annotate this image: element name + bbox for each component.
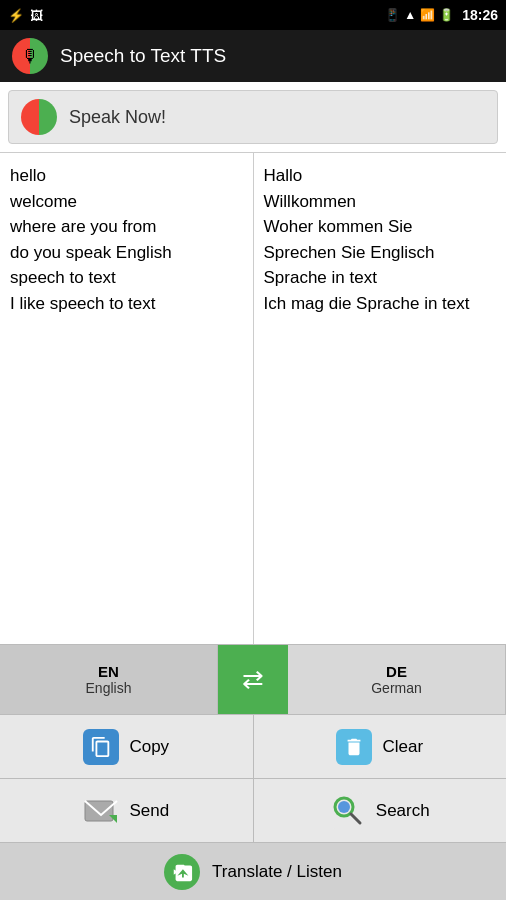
swap-icon: ⇄: [242, 664, 264, 695]
translate-label: Translate / Listen: [212, 862, 342, 882]
translation-area: hello welcome where are you from do you …: [0, 152, 506, 644]
speak-bar[interactable]: Speak Now!: [8, 90, 498, 144]
status-icons-left: ⚡ 🖼: [8, 8, 43, 23]
translate-icon: [164, 854, 200, 890]
status-bar: ⚡ 🖼 📱 ▲ 📶 🔋 18:26: [0, 0, 506, 30]
target-lang-code: DE: [386, 663, 407, 680]
app-title: Speech to Text TTS: [60, 45, 226, 67]
source-text-panel[interactable]: hello welcome where are you from do you …: [0, 153, 254, 644]
target-lang-name: German: [371, 680, 422, 696]
wifi-icon: ▲: [404, 8, 416, 22]
clock: 18:26: [462, 7, 498, 23]
translated-text: Hallo Willkommen Woher kommen Sie Sprech…: [264, 166, 470, 313]
title-bar: Speech to Text TTS: [0, 30, 506, 82]
copy-label: Copy: [129, 737, 169, 757]
translate-listen-button[interactable]: Translate / Listen: [0, 842, 506, 900]
sim-icon: 📱: [385, 8, 400, 22]
target-lang-button[interactable]: DE German: [288, 645, 506, 714]
svg-line-4: [351, 814, 360, 823]
signal-icon: 📶: [420, 8, 435, 22]
search-label: Search: [376, 801, 430, 821]
usb-icon: ⚡: [8, 8, 24, 23]
send-icon: [83, 793, 119, 829]
send-label: Send: [129, 801, 169, 821]
copy-icon: [83, 729, 119, 765]
mic-icon: [21, 99, 57, 135]
status-icons-right: 📱 ▲ 📶 🔋 18:26: [385, 7, 498, 23]
swap-lang-button[interactable]: ⇄: [218, 645, 288, 714]
battery-icon: 🔋: [439, 8, 454, 22]
main-content: Speak Now! hello welcome where are you f…: [0, 82, 506, 900]
send-button[interactable]: Send: [0, 779, 254, 842]
app-icon: [12, 38, 48, 74]
source-lang-button[interactable]: EN English: [0, 645, 218, 714]
clear-button[interactable]: Clear: [254, 715, 507, 778]
action-row-2: Send Search: [0, 778, 506, 842]
clear-icon: [336, 729, 372, 765]
copy-button[interactable]: Copy: [0, 715, 254, 778]
svg-point-3: [338, 801, 350, 813]
source-lang-code: EN: [98, 663, 119, 680]
lang-row: EN English ⇄ DE German: [0, 644, 506, 714]
search-button[interactable]: Search: [254, 779, 507, 842]
bottom-controls: EN English ⇄ DE German Copy: [0, 644, 506, 900]
source-text: hello welcome where are you from do you …: [10, 166, 172, 313]
source-lang-name: English: [86, 680, 132, 696]
speak-label: Speak Now!: [69, 107, 166, 128]
action-row-1: Copy Clear: [0, 714, 506, 778]
clear-label: Clear: [382, 737, 423, 757]
search-icon: [330, 793, 366, 829]
translated-text-panel[interactable]: Hallo Willkommen Woher kommen Sie Sprech…: [254, 153, 507, 644]
photo-icon: 🖼: [30, 8, 43, 23]
